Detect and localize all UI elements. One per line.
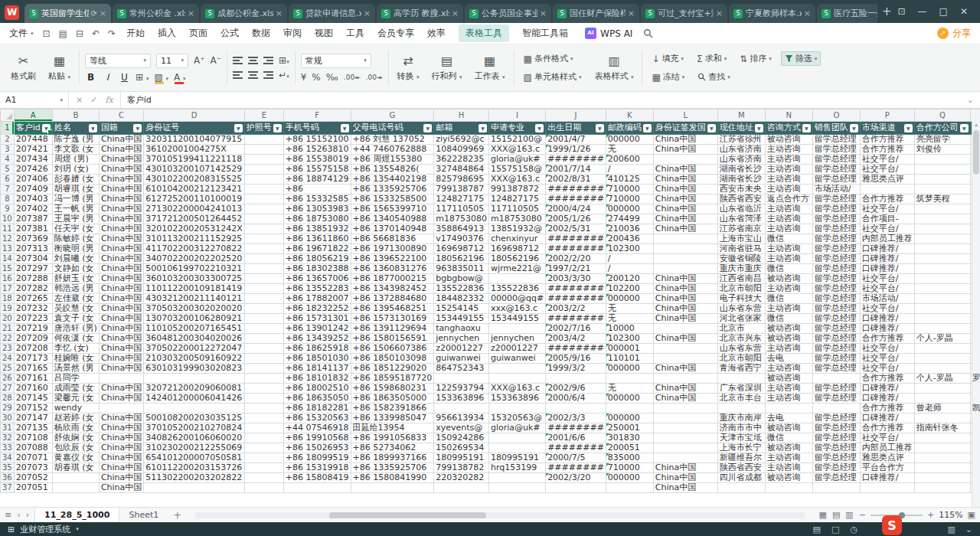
table-header-cell-N[interactable]: 咨询方式▼ xyxy=(765,122,812,135)
filter-dropdown-button[interactable]: ▼ xyxy=(535,124,544,132)
cell-N17[interactable]: 主动咨询 xyxy=(765,284,812,294)
cell-G4[interactable]: +86 周煜155380 xyxy=(351,155,434,165)
cell-I34[interactable]: 180995191 xyxy=(488,453,545,463)
cell-O20[interactable]: 留学总经理 xyxy=(812,314,860,324)
sheet-list-icon[interactable]: ≡ xyxy=(5,510,11,520)
cell-E30[interactable] xyxy=(244,413,283,423)
column-header-D[interactable]: D xyxy=(144,109,245,122)
cell-K35[interactable]: 710000 xyxy=(606,463,653,473)
cell-J19[interactable]: 2003/2/2 xyxy=(546,304,606,314)
cell-L8[interactable]: China中国 xyxy=(653,194,717,204)
cell-O29[interactable] xyxy=(812,404,860,413)
row-header-13[interactable]: 13 xyxy=(1,244,15,254)
cell-K33[interactable]: 200051 xyxy=(606,443,653,453)
cell-F23[interactable]: +86 18625918 xyxy=(283,344,351,354)
cell-M12[interactable]: 上海市宝山 xyxy=(717,234,765,244)
cell-I11[interactable]: 13851932@ xyxy=(488,224,545,234)
cell-F26[interactable]: +86 18101832 xyxy=(283,374,351,384)
cell-E4[interactable] xyxy=(244,155,283,165)
expand-formula-bar-icon[interactable]: ⌄ xyxy=(967,95,980,105)
cell-D30[interactable]: 500108200203035125 xyxy=(144,413,245,423)
cell-O13[interactable]: 留学总经理 xyxy=(812,244,860,254)
row-header-14[interactable]: 14 xyxy=(1,254,15,264)
cell-N12[interactable]: 微信 xyxy=(765,234,812,244)
align-left-icon[interactable] xyxy=(233,57,243,64)
cell-H26[interactable] xyxy=(434,374,489,384)
file-tab[interactable]: S贷款申请信息.xlsx× xyxy=(289,4,375,23)
merge-cells-icon[interactable]: ⊞▾ xyxy=(279,55,289,66)
cell-J15[interactable]: 1997/2/21 xyxy=(546,264,606,274)
cell-J23[interactable]: ######## xyxy=(546,344,606,354)
cell-D10[interactable]: 371721200501264452 xyxy=(144,214,245,224)
cell-H24[interactable]: guiwanwei xyxy=(434,354,489,364)
cell-C12[interactable]: China中国 xyxy=(99,234,143,244)
cell-O21[interactable]: 留学总经理 xyxy=(812,324,860,334)
cell-J9[interactable]: 2000/4/24 xyxy=(546,204,606,214)
cell-Q18[interactable] xyxy=(914,294,970,304)
cell-B18[interactable]: 左佳葳 (女 xyxy=(52,294,99,304)
cell-J14[interactable]: 2002/2/20 xyxy=(546,254,606,264)
cell-I14[interactable]: 180562196 xyxy=(488,254,545,264)
cell-E27[interactable] xyxy=(244,384,283,394)
align-center-icon[interactable] xyxy=(248,57,258,64)
cell-K17[interactable]: 102200 xyxy=(606,284,653,294)
cell-M31[interactable]: 济南市市中 xyxy=(717,423,765,433)
row-header-1[interactable]: 1 xyxy=(1,122,15,135)
cell-O3[interactable]: 留学总经理 xyxy=(812,145,860,155)
cell-G36[interactable]: +86 1580841990 xyxy=(351,473,434,483)
cell-H17[interactable]: 135522836 xyxy=(434,284,489,294)
share-button[interactable]: ↗ 分享 xyxy=(937,27,971,40)
cell-M15[interactable]: 重庆市重庆 xyxy=(717,264,765,274)
file-tab[interactable]: S医疗五险一金.xlsx× xyxy=(817,4,877,23)
cell-M17[interactable]: 北京市朝阳 xyxy=(717,284,765,294)
cell-B10[interactable]: 王晨宇 (男 xyxy=(52,214,99,224)
cell-I15[interactable]: wjrme221@ xyxy=(488,264,545,274)
sum-button[interactable]: Σ求和▾ xyxy=(693,51,730,66)
row-header-30[interactable]: 30 xyxy=(1,413,15,423)
cell-K3[interactable]: 无 xyxy=(606,145,653,155)
cell-F4[interactable]: +86 15538019 xyxy=(283,155,351,165)
cell-H32[interactable]: 150924286 xyxy=(434,433,489,443)
row-header-31[interactable]: 31 xyxy=(1,423,15,433)
cell-G10[interactable]: +86 1340540988 xyxy=(351,214,434,224)
cell-M34[interactable]: 新疆维吾尔 xyxy=(717,453,765,463)
row-header-6[interactable]: 6 xyxy=(1,175,15,185)
cell-F8[interactable]: +86 15332585 xyxy=(283,194,351,204)
row-header-17[interactable]: 17 xyxy=(1,284,15,294)
cell-G14[interactable]: +86 1396522100 xyxy=(351,254,434,264)
cell-K10[interactable]: 274499 xyxy=(606,214,653,224)
cell-D37[interactable] xyxy=(144,483,245,493)
cell-E25[interactable] xyxy=(244,364,283,374)
row-header-7[interactable]: 7 xyxy=(1,185,15,194)
row-header-23[interactable]: 23 xyxy=(1,344,15,354)
cell-G26[interactable]: +86 18595187720 xyxy=(351,374,434,384)
cell-A27[interactable]: 207160 xyxy=(14,384,52,394)
cell-B15[interactable]: 文静如 (女 xyxy=(52,264,99,274)
cell-C5[interactable]: China中国 xyxy=(99,165,143,175)
cell-F10[interactable]: +86 18753080 xyxy=(283,214,351,224)
cell-A11[interactable]: 207381 xyxy=(14,224,52,234)
cell-C32[interactable]: China中国 xyxy=(99,433,143,443)
increase-decimal-icon[interactable]: .00↞ xyxy=(344,74,361,81)
table-style-button[interactable]: ▥ 表格样式 ▾ xyxy=(588,47,639,88)
cell-K7[interactable]: 710000 xyxy=(606,185,653,194)
start-grid-icon[interactable]: ⊞ xyxy=(8,525,15,534)
cell-K34[interactable]: 835000 xyxy=(606,453,653,463)
cell-A13[interactable]: 207313 xyxy=(14,244,52,254)
cell-K27[interactable]: 无 xyxy=(606,384,653,394)
cell-P26[interactable]: 合作方推荐 xyxy=(860,374,914,384)
cell-P23[interactable]: 社交平台/ xyxy=(860,344,914,354)
cell-B9[interactable]: 王一帆 (男 xyxy=(52,204,99,214)
cell-H13[interactable]: 169698712 xyxy=(434,244,489,254)
cell-M32[interactable]: 天津市宝坻 xyxy=(717,433,765,443)
cell-A37[interactable]: 207051 xyxy=(14,483,52,493)
cell-Q22[interactable]: 个人-罗晶 xyxy=(914,334,970,344)
filter-dropdown-button[interactable]: ▼ xyxy=(133,124,142,132)
cell-N31[interactable]: 被动咨询 xyxy=(765,423,812,433)
cell-B7[interactable]: 胡睿琪 (女 xyxy=(52,185,99,194)
cell-O33[interactable]: 留学总经理 xyxy=(812,443,860,453)
table-header-cell-H[interactable]: 邮箱▼ xyxy=(434,122,489,135)
cell-P37[interactable] xyxy=(860,483,914,493)
table-header-cell-D[interactable]: 身份证号▼ xyxy=(144,122,245,135)
fill-button[interactable]: ↓填充▾ xyxy=(648,51,688,66)
